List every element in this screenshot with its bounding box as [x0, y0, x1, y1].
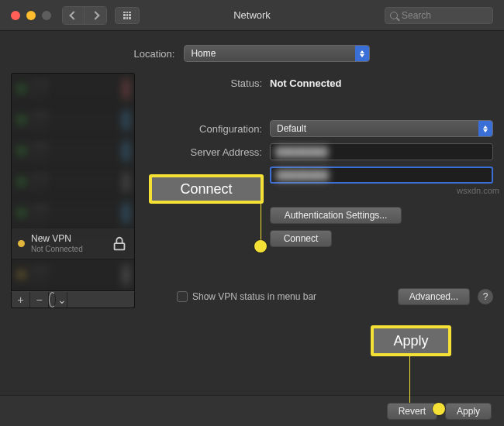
show-all-button[interactable]: [115, 7, 140, 24]
lock-icon: [111, 235, 128, 253]
close-icon[interactable]: [11, 11, 20, 20]
authentication-settings-button[interactable]: Authentication Settings...: [270, 207, 402, 224]
popup-arrows-icon: [355, 46, 369, 61]
configuration-label: Configuration:: [146, 123, 270, 135]
list-item[interactable]: ————: [12, 105, 134, 136]
add-service-button[interactable]: +: [12, 292, 30, 307]
show-vpn-label: Show VPN status in menu bar: [192, 291, 316, 302]
zoom-icon[interactable]: [42, 11, 51, 20]
annotation-dot: [433, 403, 445, 415]
list-item[interactable]: ————: [12, 259, 134, 290]
window-footer: Revert Apply: [0, 395, 504, 426]
annotation-connect-callout: Connect: [149, 174, 264, 204]
list-item[interactable]: ————: [12, 198, 134, 228]
show-vpn-checkbox[interactable]: Show VPN status in menu bar: [177, 291, 316, 302]
revert-button[interactable]: Revert: [387, 403, 437, 420]
forward-button[interactable]: [85, 7, 106, 24]
chevron-down-icon: ⌄: [57, 294, 67, 306]
annotation-apply-callout: Apply: [371, 325, 451, 356]
svg-rect-0: [115, 243, 125, 249]
annotation-dot: [254, 240, 267, 253]
remove-service-button[interactable]: −: [30, 292, 49, 307]
account-name-field[interactable]: ████████: [270, 167, 493, 184]
location-row: Location: Home: [0, 31, 504, 73]
server-address-field[interactable]: ████████: [270, 143, 493, 160]
action-menu-button[interactable]: ⌄: [49, 292, 67, 307]
search-placeholder: Search: [402, 10, 431, 21]
service-list[interactable]: ———— ———— ———— ———— ———— New VPN Not Con…: [11, 73, 135, 291]
configuration-value: Default: [277, 123, 306, 134]
connect-button[interactable]: Connect: [270, 230, 332, 247]
service-name: New VPN: [31, 234, 105, 244]
gear-icon: [49, 292, 56, 307]
sidebar-item-vpn[interactable]: New VPN Not Connected: [12, 228, 134, 259]
nav-back-forward: [62, 6, 107, 25]
popup-arrows-icon: [478, 121, 492, 136]
list-item[interactable]: ————: [12, 167, 134, 198]
grid-icon: [123, 12, 131, 19]
search-icon: [390, 12, 398, 19]
sidebar-footer: + − ⌄: [11, 291, 135, 308]
location-label: Location:: [134, 48, 175, 60]
advanced-button[interactable]: Advanced...: [398, 288, 470, 305]
chevron-right-icon: [91, 11, 99, 19]
configuration-popup[interactable]: Default: [270, 120, 493, 137]
status-value: Not Connected: [270, 77, 493, 89]
watermark: wsxdn.com: [457, 186, 499, 195]
apply-button[interactable]: Apply: [445, 403, 492, 420]
status-label: Status:: [146, 77, 270, 89]
list-item[interactable]: ————: [12, 136, 134, 167]
search-input[interactable]: Search: [385, 7, 493, 24]
chevron-left-icon: [69, 11, 78, 19]
annotation-line: [409, 356, 410, 403]
sidebar: ———— ———— ———— ———— ———— New VPN Not Con…: [11, 73, 135, 308]
window-controls: [11, 11, 51, 20]
checkbox-icon: [177, 291, 188, 302]
location-value: Home: [191, 48, 216, 59]
back-button[interactable]: [63, 7, 85, 24]
list-item[interactable]: ————: [12, 74, 134, 105]
help-button[interactable]: ?: [478, 289, 493, 304]
location-popup[interactable]: Home: [184, 45, 370, 62]
minimize-icon[interactable]: [26, 11, 36, 20]
server-address-label: Server Address:: [146, 146, 270, 158]
titlebar: Network Search: [0, 0, 504, 31]
service-status: Not Connected: [31, 245, 105, 253]
status-dot-icon: [18, 240, 25, 247]
